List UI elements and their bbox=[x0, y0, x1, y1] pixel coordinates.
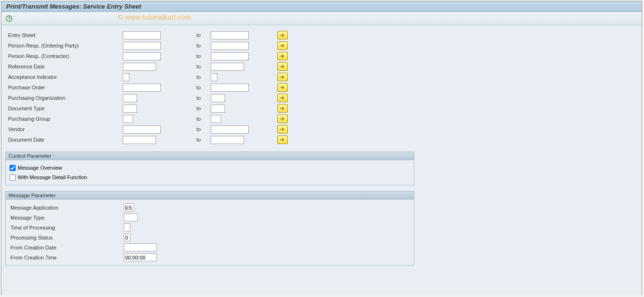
param-input[interactable] bbox=[124, 253, 157, 261]
field-label: Purchasing Group bbox=[6, 116, 123, 122]
param-label: Message Application bbox=[10, 205, 124, 211]
multiple-selection-button[interactable] bbox=[277, 73, 288, 81]
multiple-selection-button[interactable] bbox=[277, 41, 288, 50]
checkbox-row: Message Overview bbox=[10, 163, 410, 172]
from-input[interactable] bbox=[123, 52, 161, 60]
checkbox-row: With Message Detail Function bbox=[10, 172, 410, 182]
message-overview-checkbox[interactable] bbox=[10, 165, 16, 171]
field-row: Purchasing Organizationto bbox=[6, 93, 637, 103]
page-title: Print/Transmit Messages: Service Entry S… bbox=[6, 3, 141, 10]
field-label: Purchasing Organization bbox=[6, 95, 123, 101]
to-input[interactable] bbox=[211, 105, 225, 113]
field-row: Purchasing Groupto bbox=[6, 114, 637, 124]
field-label: Reference Date bbox=[6, 64, 123, 69]
field-label: Purchase Order bbox=[6, 85, 123, 90]
from-input[interactable] bbox=[123, 94, 137, 102]
multiple-selection-button[interactable] bbox=[277, 83, 288, 92]
group-content: Message ApplicationMessage TypeTime of P… bbox=[6, 200, 414, 265]
to-label: to bbox=[196, 95, 211, 101]
main-window: Print/Transmit Messages: Service Entry S… bbox=[1, 1, 642, 295]
param-row: Message Application bbox=[10, 202, 410, 212]
param-label: Processing Status bbox=[10, 235, 124, 240]
field-row: Acceptance Indicatorto bbox=[6, 72, 637, 82]
multiple-selection-button[interactable] bbox=[277, 31, 288, 39]
with-detail-checkbox[interactable] bbox=[10, 174, 16, 181]
param-row: Time of Processing bbox=[10, 222, 410, 232]
multiple-selection-button[interactable] bbox=[277, 62, 288, 71]
to-label: to bbox=[196, 105, 211, 111]
param-label: From Creation Date bbox=[10, 245, 124, 250]
multiple-selection-button[interactable] bbox=[277, 135, 288, 144]
to-label: to bbox=[196, 126, 211, 132]
field-row: Entry Sheetto bbox=[6, 30, 637, 40]
from-input[interactable] bbox=[123, 73, 129, 81]
to-input[interactable] bbox=[211, 63, 244, 71]
to-label: to bbox=[196, 116, 211, 122]
from-input[interactable] bbox=[123, 63, 156, 71]
content-area: Entry SheettoPerson Resp. (Ordering Part… bbox=[1, 25, 642, 295]
to-label: to bbox=[196, 85, 211, 90]
message-parameter-group: Message Parameter Message ApplicationMes… bbox=[5, 191, 414, 266]
to-label: to bbox=[196, 137, 211, 143]
param-label: From Creation Time bbox=[10, 255, 124, 260]
message-overview-label: Message Overview bbox=[18, 165, 62, 171]
field-label: Document Date bbox=[6, 137, 123, 143]
field-row: Reference Dateto bbox=[6, 61, 637, 72]
param-input[interactable] bbox=[124, 213, 138, 221]
param-label: Time of Processing bbox=[10, 225, 124, 230]
execute-icon[interactable] bbox=[5, 15, 13, 22]
param-row: Message Type bbox=[10, 212, 410, 222]
from-input[interactable] bbox=[123, 115, 133, 123]
from-input[interactable] bbox=[123, 31, 161, 39]
to-label: to bbox=[196, 74, 211, 80]
field-row: Document Typeto bbox=[6, 103, 637, 114]
from-input[interactable] bbox=[123, 136, 156, 144]
to-input[interactable] bbox=[211, 42, 249, 50]
control-parameter-group: Control Parameter Message Overview With … bbox=[5, 152, 414, 185]
field-label: Document Type bbox=[6, 105, 123, 111]
to-input[interactable] bbox=[211, 52, 249, 60]
param-input[interactable] bbox=[124, 243, 157, 251]
field-row: Person Resp. (Contractor)to bbox=[6, 51, 637, 61]
title-bar: Print/Transmit Messages: Service Entry S… bbox=[1, 1, 642, 12]
toolbar: © www.tutorialkart.com bbox=[1, 12, 642, 25]
to-input[interactable] bbox=[211, 94, 225, 102]
field-row: Document Dateto bbox=[6, 134, 637, 145]
field-label: Person Resp. (Contractor) bbox=[6, 53, 123, 59]
multiple-selection-button[interactable] bbox=[277, 52, 288, 60]
to-input[interactable] bbox=[211, 84, 249, 92]
multiple-selection-button[interactable] bbox=[277, 125, 288, 134]
param-input[interactable] bbox=[124, 233, 130, 241]
multiple-selection-button[interactable] bbox=[277, 94, 288, 102]
to-label: to bbox=[196, 32, 211, 38]
to-input[interactable] bbox=[211, 31, 249, 39]
to-input[interactable] bbox=[211, 136, 244, 144]
watermark: © www.tutorialkart.com bbox=[118, 13, 191, 21]
field-label: Acceptance Indicator bbox=[6, 74, 123, 80]
to-label: to bbox=[196, 43, 211, 48]
group-header: Control Parameter bbox=[6, 152, 414, 160]
group-header: Message Parameter bbox=[6, 192, 414, 200]
field-row: Vendorto bbox=[6, 124, 637, 134]
field-label: Entry Sheet bbox=[6, 32, 123, 38]
param-label: Message Type bbox=[10, 215, 124, 220]
param-input[interactable] bbox=[124, 203, 134, 211]
param-input[interactable] bbox=[124, 223, 130, 231]
field-label: Vendor bbox=[6, 126, 123, 132]
group-content: Message Overview With Message Detail Fun… bbox=[6, 160, 414, 185]
selection-screen: Entry SheettoPerson Resp. (Ordering Part… bbox=[5, 29, 638, 146]
to-input[interactable] bbox=[211, 125, 249, 134]
to-input[interactable] bbox=[211, 115, 221, 123]
to-label: to bbox=[196, 53, 211, 59]
to-label: to bbox=[196, 64, 211, 69]
param-row: From Creation Date bbox=[10, 242, 410, 252]
multiple-selection-button[interactable] bbox=[277, 104, 288, 113]
from-input[interactable] bbox=[123, 84, 161, 92]
multiple-selection-button[interactable] bbox=[277, 115, 288, 123]
to-input[interactable] bbox=[211, 73, 217, 81]
param-row: Processing Status bbox=[10, 232, 410, 242]
field-row: Purchase Orderto bbox=[6, 82, 637, 93]
from-input[interactable] bbox=[123, 125, 161, 134]
from-input[interactable] bbox=[123, 42, 161, 50]
from-input[interactable] bbox=[123, 105, 137, 113]
